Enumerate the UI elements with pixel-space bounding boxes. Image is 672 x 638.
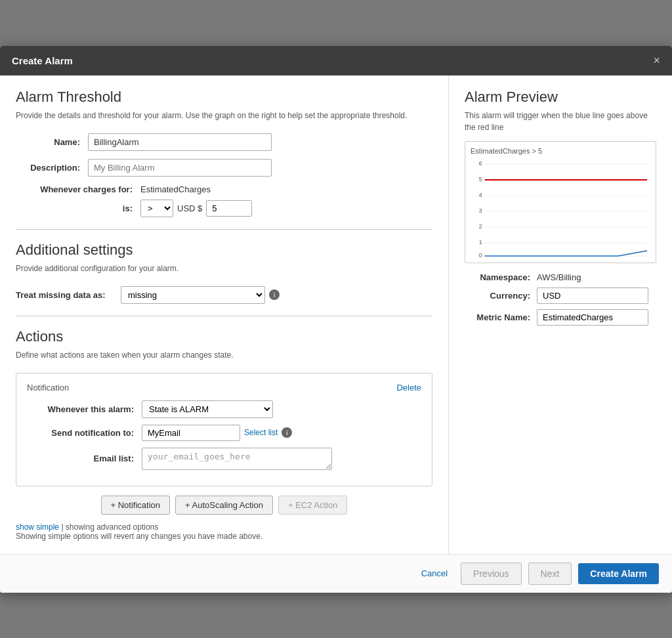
preview-title: Alarm Preview [465,89,656,106]
actions-description: Define what actions are taken when your … [16,349,432,361]
whenever-row: Whenever this alarm: State is ALARM Stat… [27,400,421,418]
add-ec2-button[interactable]: + EC2 Action [278,496,348,515]
revert-note-text: Showing simple options will revert any c… [16,532,262,541]
add-notification-button[interactable]: + Notification [101,496,171,515]
cancel-button[interactable]: Cancel [415,564,454,582]
operator-select[interactable]: > >= < <= [140,200,173,217]
is-label: is: [16,203,140,213]
modal-header: Create Alarm × [0,46,672,75]
send-input[interactable] [142,425,240,441]
chart-svg: 6 5 4 3 2 1 0 [471,159,650,257]
action-buttons: + Notification + AutoScaling Action + EC… [16,496,432,515]
select-list-link[interactable]: Select list [244,428,278,437]
add-autoscaling-button[interactable]: + AutoScaling Action [175,496,273,515]
svg-text:1: 1 [479,238,482,245]
name-input[interactable] [88,133,272,151]
svg-text:0: 0 [479,251,482,257]
threshold-title: Alarm Threshold [16,89,432,106]
name-row: Name: [16,133,432,151]
missing-select[interactable]: missing notBreaching breaching ignore [121,286,265,304]
svg-text:2: 2 [479,223,482,229]
svg-text:4: 4 [479,191,482,198]
svg-text:6: 6 [479,160,482,166]
chart-container: EstimatedCharges > 5 6 5 4 3 2 1 0 [465,141,656,263]
namespace-label: Namespace: [465,272,537,282]
left-panel: Alarm Threshold Provide the details and … [0,75,449,554]
send-info-icon[interactable]: i [282,427,292,438]
send-label: Send notification to: [27,428,142,438]
modal-footer: Cancel Previous Next Create Alarm [0,554,672,593]
actions-title: Actions [16,328,432,345]
metric-row: Metric Name: [465,309,656,326]
next-button: Next [528,563,572,585]
modal-overlay: Create Alarm × Alarm Threshold Provide t… [0,0,672,638]
email-label: Email list: [27,454,142,463]
right-panel: Alarm Preview This alarm will trigger wh… [449,75,672,554]
chart-label: EstimatedCharges > 5 [471,147,650,155]
description-row: Description: [16,159,432,177]
description-label: Description: [16,163,88,173]
namespace-value: AWS/Billing [537,272,581,282]
divider-1 [16,229,432,230]
currency-label: Currency: [465,291,537,301]
missing-label: Treat missing data as: [16,290,121,300]
notification-header: Notification Delete [27,383,421,393]
threshold-description: Provide the details and threshold for yo… [16,110,432,121]
email-row: Email list: your_email_goes_here [27,448,421,470]
create-alarm-button[interactable]: Create Alarm [578,563,659,584]
svg-line-16 [618,251,647,256]
email-textarea[interactable]: your_email_goes_here [142,448,332,470]
svg-text:5: 5 [479,175,482,182]
alarm-state-select[interactable]: State is ALARM State is OK State is INSU… [142,400,273,418]
modal-body: Alarm Threshold Provide the details and … [0,75,672,554]
whenever-label: Whenever this alarm: [27,404,142,414]
actions-section: Actions Define what actions are taken wh… [16,328,432,541]
close-button[interactable]: × [653,54,660,68]
namespace-row: Namespace: AWS/Billing [465,272,656,282]
name-label: Name: [16,137,88,147]
additional-description: Provide additional configuration for you… [16,263,432,274]
threshold-input[interactable] [206,200,252,217]
missing-row: Treat missing data as: missing notBreach… [16,286,432,304]
showing-advanced-text: | showing advanced options [61,522,158,532]
currency-row: Currency: [465,287,656,304]
show-simple-link[interactable]: show simple [16,522,59,532]
preview-description: This alarm will trigger when the blue li… [465,110,656,133]
charges-value: EstimatedCharges [140,184,211,194]
create-alarm-modal: Create Alarm × Alarm Threshold Provide t… [0,46,672,593]
svg-text:3: 3 [479,207,482,213]
notification-title: Notification [27,383,69,393]
notification-box: Notification Delete Whenever this alarm:… [16,373,432,486]
chart-area: 6 5 4 3 2 1 0 [471,159,650,257]
is-row: is: > >= < <= USD $ [16,200,432,217]
missing-info-icon[interactable]: i [269,289,280,300]
charges-row: Whenever charges for: EstimatedCharges [16,184,432,194]
metric-label: Metric Name: [465,312,537,322]
metric-input[interactable] [537,309,648,326]
show-simple-row: show simple | showing advanced options S… [16,522,432,541]
divider-2 [16,316,432,316]
usd-label: USD $ [177,203,202,213]
delete-link[interactable]: Delete [396,383,421,393]
modal-title: Create Alarm [12,55,73,66]
charges-label: Whenever charges for: [16,184,140,194]
currency-input[interactable] [537,287,648,304]
previous-button: Previous [461,563,521,585]
description-input[interactable] [88,159,272,177]
additional-title: Additional settings [16,242,432,259]
send-notification-row: Send notification to: Select list i [27,425,421,441]
